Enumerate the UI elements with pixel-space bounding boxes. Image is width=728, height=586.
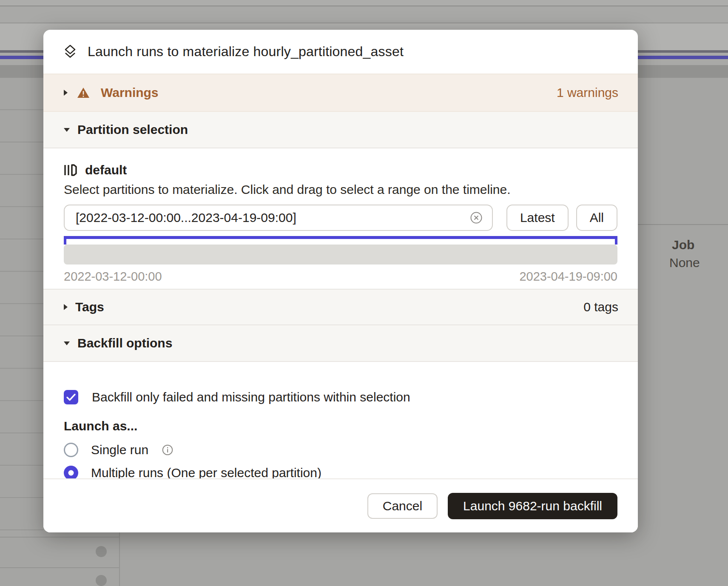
partition-selection-body: default Select partitions to materialize…: [43, 148, 638, 289]
timeline-start-label: 2022-03-12-00:00: [64, 270, 162, 284]
single-run-label: Single run: [91, 443, 148, 457]
partition-selection-section-header[interactable]: Partition selection: [43, 112, 638, 148]
backfill-only-failed-label: Backfill only failed and missing partiti…: [92, 390, 410, 404]
range-start-tick: [64, 236, 66, 245]
status-dot: [96, 575, 107, 586]
multiple-runs-label: Multiple runs (One per selected partitio…: [91, 466, 321, 480]
partition-timeline-bar[interactable]: [64, 245, 617, 265]
tags-title: Tags: [75, 300, 104, 314]
partition-selection-range-line[interactable]: [64, 236, 617, 245]
backdrop-toolbar-band: [0, 6, 728, 23]
chevron-down-icon: [63, 127, 71, 133]
backdrop-row-divider: [0, 567, 119, 568]
cancel-button[interactable]: Cancel: [367, 493, 438, 519]
range-end-tick: [615, 236, 617, 245]
info-icon[interactable]: [162, 444, 173, 455]
chevron-right-icon: [63, 303, 68, 311]
backdrop-row-divider: [638, 224, 728, 225]
checkbox-checked-icon[interactable]: [64, 390, 78, 404]
status-dot: [96, 546, 107, 557]
dimension-row: default: [64, 161, 617, 179]
partition-selection-title: Partition selection: [77, 122, 188, 137]
partition-controls-row: [2022-03-12-00:00...2023-04-19-09:00] La…: [64, 205, 617, 231]
dialog-title: Launch runs to materialize hourly_partit…: [88, 44, 404, 60]
clear-input-icon[interactable]: [470, 211, 483, 224]
dialog-footer: Cancel Launch 9682-run backfill: [43, 478, 638, 532]
launch-backfill-dialog: Launch runs to materialize hourly_partit…: [43, 30, 638, 532]
all-button[interactable]: All: [576, 205, 617, 231]
backfill-only-failed-row[interactable]: Backfill only failed and missing partiti…: [64, 390, 617, 404]
backdrop-table-rows-left: [0, 78, 43, 532]
launch-backfill-button[interactable]: Launch 9682-run backfill: [448, 493, 617, 519]
tags-section-header[interactable]: Tags 0 tags: [43, 289, 638, 325]
partition-range-value: [2022-03-12-00:00...2023-04-19-09:00]: [76, 211, 470, 225]
backfill-options-body: Backfill only failed and missing partiti…: [43, 362, 638, 480]
backdrop-top-band: [0, 0, 728, 6]
warnings-label: Warnings: [101, 85, 159, 100]
radio-selected-icon[interactable]: [64, 466, 78, 480]
timeline-date-labels: 2022-03-12-00:00 2023-04-19-09:00: [64, 270, 617, 284]
chevron-right-icon: [63, 89, 68, 97]
backdrop-column-divider: [119, 532, 120, 586]
backdrop-table-rows-right: Job None: [638, 78, 728, 532]
radio-unselected-icon[interactable]: [64, 443, 78, 457]
backfill-options-title: Backfill options: [77, 336, 172, 350]
tags-count: 0 tags: [583, 300, 618, 314]
partition-range-input[interactable]: [2022-03-12-00:00...2023-04-19-09:00]: [64, 205, 493, 231]
launch-as-label: Launch as...: [64, 419, 617, 433]
backdrop-job-column-header: Job: [672, 238, 694, 252]
partition-help-text: Select partitions to materialize. Click …: [64, 182, 617, 197]
backdrop-table-bottom: [0, 532, 728, 586]
dialog-title-row: Launch runs to materialize hourly_partit…: [43, 30, 638, 74]
warning-triangle-icon: [77, 87, 90, 99]
backfill-options-section-header[interactable]: Backfill options: [43, 325, 638, 362]
latest-button[interactable]: Latest: [506, 205, 569, 231]
range-line: [64, 236, 617, 239]
chevron-down-icon: [63, 341, 71, 346]
backdrop-row-divider: [0, 537, 119, 538]
timeline-end-label: 2023-04-19-09:00: [519, 270, 617, 284]
warnings-section-header[interactable]: Warnings 1 warnings: [43, 74, 638, 112]
warnings-count: 1 warnings: [557, 85, 618, 100]
backdrop-job-column-value: None: [669, 256, 700, 270]
materialize-layers-icon: [63, 44, 77, 60]
multiple-runs-option[interactable]: Multiple runs (One per selected partitio…: [64, 466, 617, 480]
partition-set-icon: [64, 164, 77, 176]
single-run-option[interactable]: Single run: [64, 443, 617, 457]
dimension-name: default: [85, 163, 127, 177]
